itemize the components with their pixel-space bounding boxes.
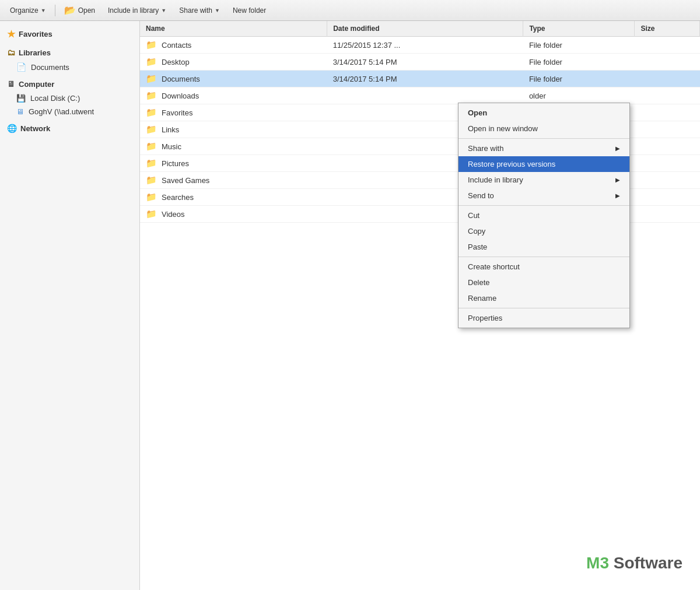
context-menu: Open Open in new window Share with ▶ Res… — [458, 103, 630, 328]
libraries-label: Libraries — [19, 48, 51, 57]
network-label: Network — [20, 124, 50, 133]
table-row[interactable]: 📁Desktop3/14/2017 5:14 PMFile folder — [140, 54, 700, 71]
favorites-section: ★ Favorites — [0, 26, 139, 43]
watermark-software: Software — [609, 554, 682, 572]
ctx-rename[interactable]: Rename — [459, 290, 629, 306]
sidebar-item-network-share[interactable]: 🖥 GoghV (\\ad.utwent — [0, 105, 139, 118]
new-folder-button[interactable]: New folder — [228, 4, 271, 17]
local-disk-label: Local Disk (C:) — [30, 94, 80, 103]
file-name: Documents — [162, 75, 200, 83]
include-library-label: Include in library — [108, 6, 159, 15]
table-row[interactable]: 📁Contacts11/25/2015 12:37 ...File folder — [140, 37, 700, 54]
sidebar-item-favorites[interactable]: ★ Favorites — [0, 26, 139, 43]
main-layout: ★ Favorites 🗂 Libraries 📄 Documents 🖥 Co… — [0, 21, 700, 590]
file-name: Videos — [162, 210, 185, 219]
documents-label: Documents — [31, 63, 69, 72]
table-row[interactable]: 📁Documents3/14/2017 5:14 PMFile folder — [140, 71, 700, 87]
file-date — [327, 87, 523, 104]
file-size — [635, 71, 700, 87]
col-type[interactable]: Type — [523, 21, 635, 37]
ctx-separator-2 — [459, 205, 629, 206]
computer-icon: 🖥 — [7, 79, 15, 89]
include-library-arrow-icon: ▶ — [615, 177, 620, 183]
watermark: M3 Software — [586, 554, 682, 573]
file-name-cell: 📁Searches — [140, 189, 327, 206]
file-name-cell: 📁Contacts — [140, 37, 327, 54]
file-name-cell: 📁Music — [140, 138, 327, 155]
network-icon: 🌐 — [7, 124, 17, 133]
ctx-cut[interactable]: Cut — [459, 208, 629, 223]
ctx-properties[interactable]: Properties — [459, 310, 629, 326]
file-size — [635, 172, 700, 189]
file-name-cell: 📁Videos — [140, 206, 327, 223]
ctx-paste[interactable]: Paste — [459, 239, 629, 255]
ctx-separator-1 — [459, 138, 629, 139]
file-name: Desktop — [162, 58, 190, 66]
file-name: Downloads — [162, 92, 199, 100]
folder-icon: 📁 — [146, 40, 157, 50]
file-name-cell: 📁Links — [140, 121, 327, 138]
star-icon: ★ — [7, 29, 15, 40]
include-library-chevron: ▼ — [161, 8, 166, 13]
ctx-create-shortcut[interactable]: Create shortcut — [459, 259, 629, 275]
sidebar-item-computer[interactable]: 🖥 Computer — [0, 76, 139, 92]
ctx-open-new-window[interactable]: Open in new window — [459, 121, 629, 136]
file-size — [635, 54, 700, 71]
file-name: Favorites — [162, 108, 192, 117]
ctx-include-in-library[interactable]: Include in library ▶ — [459, 172, 629, 188]
organize-chevron: ▼ — [41, 8, 46, 13]
file-name: Contacts — [162, 41, 191, 50]
sidebar-item-libraries[interactable]: 🗂 Libraries — [0, 45, 139, 60]
file-size — [635, 138, 700, 155]
file-name-cell: 📁Pictures — [140, 155, 327, 172]
ctx-restore-previous[interactable]: Restore previous versions — [459, 156, 629, 172]
favorites-label: Favorites — [19, 30, 52, 38]
sidebar: ★ Favorites 🗂 Libraries 📄 Documents 🖥 Co… — [0, 21, 140, 590]
col-name[interactable]: Name — [140, 21, 327, 37]
file-size — [635, 121, 700, 138]
sidebar-item-local-disk[interactable]: 💾 Local Disk (C:) — [0, 92, 139, 105]
file-name: Pictures — [162, 159, 189, 168]
ctx-delete[interactable]: Delete — [459, 275, 629, 290]
disk-icon: 💾 — [16, 94, 26, 103]
file-type: File folder — [523, 71, 635, 87]
sidebar-item-documents[interactable]: 📄 Documents — [0, 60, 139, 74]
folder-icon: 📁 — [146, 90, 157, 101]
share-with-button[interactable]: Share with ▼ — [174, 4, 225, 17]
file-date: 11/25/2015 12:37 ... — [327, 37, 523, 54]
file-name-cell: 📁Documents — [140, 71, 327, 87]
ctx-separator-4 — [459, 308, 629, 308]
file-name-cell: 📁Favorites — [140, 104, 327, 121]
file-size — [635, 104, 700, 121]
computer-section: 🖥 Computer 💾 Local Disk (C:) 🖥 GoghV (\\… — [0, 76, 139, 118]
share-with-label: Share with — [179, 6, 212, 15]
file-name-cell: 📁Downloads — [140, 87, 327, 104]
ctx-open[interactable]: Open — [459, 105, 629, 121]
new-folder-label: New folder — [233, 6, 266, 15]
file-name: Searches — [162, 193, 194, 202]
file-type: File folder — [523, 37, 635, 54]
include-library-button[interactable]: Include in library ▼ — [103, 4, 172, 17]
file-size — [635, 155, 700, 172]
file-type: older — [523, 87, 635, 104]
ctx-send-to[interactable]: Send to ▶ — [459, 188, 629, 203]
ctx-share-with[interactable]: Share with ▶ — [459, 141, 629, 156]
folder-icon: 📁 — [146, 107, 157, 118]
folder-icon: 📁 — [146, 158, 157, 168]
file-name-cell: 📁Desktop — [140, 54, 327, 71]
file-size — [635, 206, 700, 223]
col-size[interactable]: Size — [635, 21, 700, 37]
organize-button[interactable]: Organize ▼ — [5, 4, 51, 17]
organize-label: Organize — [10, 6, 38, 15]
col-date[interactable]: Date modified — [327, 21, 523, 37]
ctx-copy[interactable]: Copy — [459, 223, 629, 239]
table-row[interactable]: 📁Downloadsolder — [140, 87, 700, 104]
file-name: Music — [162, 142, 181, 151]
open-button[interactable]: 📂 Open — [59, 2, 100, 18]
network-section: 🌐 Network — [0, 121, 139, 136]
watermark-m3: M3 — [586, 554, 609, 572]
sidebar-item-network[interactable]: 🌐 Network — [0, 121, 139, 136]
file-area: Name Date modified Type Size 📁Contacts11… — [140, 21, 700, 590]
share-with-arrow-icon: ▶ — [615, 145, 620, 152]
folder-icon: 📁 — [146, 57, 157, 67]
